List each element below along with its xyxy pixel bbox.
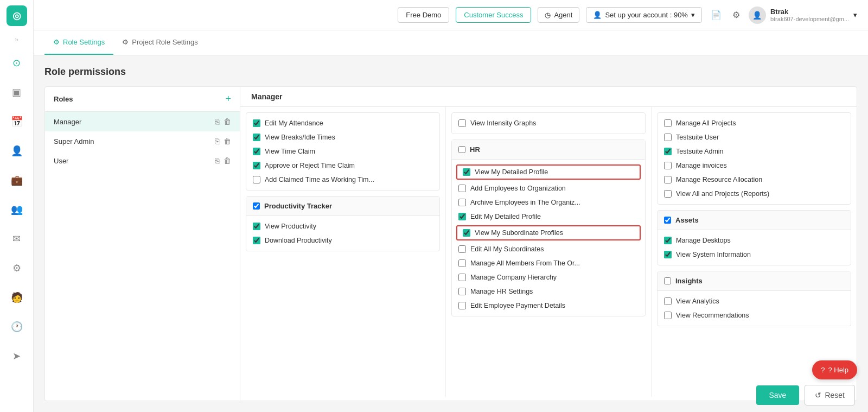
bottom-bar: Save ↺ Reset — [743, 378, 869, 412]
testsuite-user-checkbox[interactable] — [664, 134, 672, 141]
add-claimed-time-checkbox[interactable] — [253, 176, 260, 183]
assets-header-checkbox[interactable] — [664, 217, 671, 224]
view-productivity-checkbox[interactable] — [253, 223, 260, 230]
perm-download-productivity: Download Productivity — [246, 233, 439, 248]
user-menu[interactable]: 👤 Btrak btrak607-development@gm... ▾ — [749, 7, 857, 24]
attendance-group: Edit My Attendance View Breaks/Idle Time… — [246, 112, 440, 191]
manage-company-hierarchy-checkbox[interactable] — [458, 274, 466, 281]
view-system-info-checkbox[interactable] — [664, 251, 672, 258]
add-role-button[interactable]: + — [225, 93, 231, 105]
home-icon[interactable]: ⊙ — [7, 53, 27, 73]
copy-manager-icon[interactable]: ⎘ — [215, 117, 219, 126]
perm-view-recommendations: View Recommendations — [658, 308, 851, 322]
intensity-group: View Intensity Graphs — [451, 112, 646, 134]
productivity-tracker-label: Productivity Tracker — [264, 202, 332, 210]
view-subordinate-profiles-checkbox[interactable] — [463, 229, 470, 237]
edit-attendance-checkbox[interactable] — [253, 119, 260, 127]
manager-header: Manager — [240, 87, 857, 107]
perm-add-claimed-time: Add Claimed Time as Working Tim... — [246, 173, 439, 187]
perm-view-detailed-profile: View My Detailed Profile — [456, 164, 641, 180]
person-icon[interactable]: 🧑 — [7, 288, 27, 307]
perm-testsuite-admin: Testsuite Admin — [658, 144, 851, 159]
edit-subordinates-checkbox[interactable] — [458, 245, 466, 253]
manage-all-projects-checkbox[interactable] — [664, 119, 672, 127]
manage-resource-allocation-checkbox[interactable] — [664, 176, 672, 183]
help-button[interactable]: ? ? Help — [812, 360, 857, 379]
perm-testsuite-user: Testsuite User — [658, 130, 851, 144]
sidebar: ◎ » ⊙ ▣ 📅 👤 💼 👥 ✉ ⚙ 🧑 🕐 ➤ — [0, 0, 34, 412]
insights-label: Insights — [675, 277, 703, 285]
copy-superadmin-icon[interactable]: ⎘ — [215, 137, 219, 145]
view-detailed-profile-checkbox[interactable] — [463, 168, 470, 176]
app-logo[interactable]: ◎ — [7, 5, 27, 26]
role-name-manager: Manager — [54, 118, 81, 126]
send-icon[interactable]: ➤ — [7, 346, 27, 366]
settings-icon[interactable]: ⚙ — [7, 258, 27, 278]
testsuite-admin-checkbox[interactable] — [664, 148, 672, 155]
tab-project-role-settings[interactable]: ⚙ Project Role Settings — [113, 30, 206, 55]
delete-manager-icon[interactable]: 🗑 — [224, 117, 231, 126]
delete-superadmin-icon[interactable]: 🗑 — [224, 137, 231, 145]
edit-detailed-profile-checkbox[interactable] — [458, 213, 466, 220]
user-icon[interactable]: 👤 — [7, 141, 27, 161]
reset-icon: ↺ — [815, 391, 821, 400]
perm-view-analytics: View Analytics — [658, 294, 851, 308]
perm-manage-desktops: Manage Desktops — [658, 233, 851, 248]
role-item-manager[interactable]: Manager ⎘ 🗑 — [45, 112, 240, 131]
hr-header-checkbox[interactable] — [458, 146, 465, 153]
briefcase-icon[interactable]: 💼 — [7, 170, 27, 190]
view-breaks-checkbox[interactable] — [253, 134, 260, 141]
reset-button[interactable]: ↺ Reset — [805, 385, 855, 405]
archive-employees-checkbox[interactable] — [458, 199, 466, 206]
view-analytics-checkbox[interactable] — [664, 297, 672, 305]
perm-view-all-projects: View All and Projects (Reports) — [658, 187, 851, 201]
manage-all-members-checkbox[interactable] — [458, 259, 466, 267]
customer-success-button[interactable]: Customer Success — [456, 7, 531, 23]
free-demo-button[interactable]: Free Demo — [398, 7, 449, 23]
document-icon[interactable]: 📄 — [711, 10, 722, 20]
role-name-user: User — [54, 157, 68, 165]
delete-user-icon[interactable]: 🗑 — [224, 156, 231, 165]
manage-invoices-checkbox[interactable] — [664, 162, 672, 169]
tab-role-settings[interactable]: ⚙ Role Settings — [44, 30, 113, 55]
clock-icon[interactable]: 🕐 — [7, 317, 27, 337]
calendar-icon[interactable]: 📅 — [7, 112, 27, 131]
approve-time-claim-checkbox[interactable] — [253, 162, 260, 169]
view-all-projects-checkbox[interactable] — [664, 190, 672, 198]
insights-header-checkbox[interactable] — [664, 277, 671, 284]
monitor-icon[interactable]: ▣ — [7, 83, 27, 102]
hr-group: HR View My Detailed Profile — [451, 140, 646, 316]
gear-topnav-icon[interactable]: ⚙ — [732, 10, 740, 20]
view-intensity-checkbox[interactable] — [458, 119, 466, 127]
perm-view-breaks: View Breaks/Idle Times — [246, 130, 439, 144]
role-item-super-admin[interactable]: Super Admin ⎘ 🗑 — [45, 131, 240, 151]
perm-edit-subordinates: Edit All My Subordinates — [452, 242, 645, 256]
permissions-content: Manager Edit My Attendance — [240, 87, 857, 401]
view-time-claim-checkbox[interactable] — [253, 148, 260, 155]
perm-manage-all-members: Manage All Members From The Or... — [452, 256, 645, 270]
save-button[interactable]: Save — [756, 385, 800, 405]
setup-button[interactable]: 👤 Set up your account : 90% ▾ — [586, 7, 701, 23]
edit-employee-payment-checkbox[interactable] — [458, 302, 466, 309]
agent-button[interactable]: ◷ Agent — [538, 7, 579, 23]
perm-add-employees: Add Employees to Organization — [452, 181, 645, 195]
roles-header: Roles + — [45, 87, 240, 112]
mail-icon[interactable]: ✉ — [7, 229, 27, 249]
roles-panel: Roles + Manager ⎘ 🗑 Super Admin ⎘ — [45, 87, 240, 401]
copy-user-icon[interactable]: ⎘ — [215, 156, 219, 165]
manage-desktops-checkbox[interactable] — [664, 237, 672, 244]
role-item-user[interactable]: User ⎘ 🗑 — [45, 151, 240, 170]
page-content: Role permissions Roles + Manager ⎘ 🗑 — [34, 55, 868, 412]
perm-manage-resource-allocation: Manage Resource Allocation — [658, 173, 851, 187]
user-name: Btrak — [770, 8, 849, 16]
manage-hr-settings-checkbox[interactable] — [458, 288, 466, 295]
role-settings-icon: ⚙ — [53, 38, 60, 46]
perm-col-2: View Intensity Graphs HR — [446, 107, 652, 397]
sidebar-toggle[interactable]: » — [15, 36, 18, 43]
download-productivity-checkbox[interactable] — [253, 237, 260, 244]
group-icon[interactable]: 👥 — [7, 200, 27, 219]
productivity-tracker-header-checkbox[interactable] — [253, 202, 260, 210]
view-recommendations-checkbox[interactable] — [664, 312, 672, 319]
perm-archive-employees: Archive Employees in The Organiz... — [452, 195, 645, 210]
add-employees-checkbox[interactable] — [458, 185, 466, 192]
